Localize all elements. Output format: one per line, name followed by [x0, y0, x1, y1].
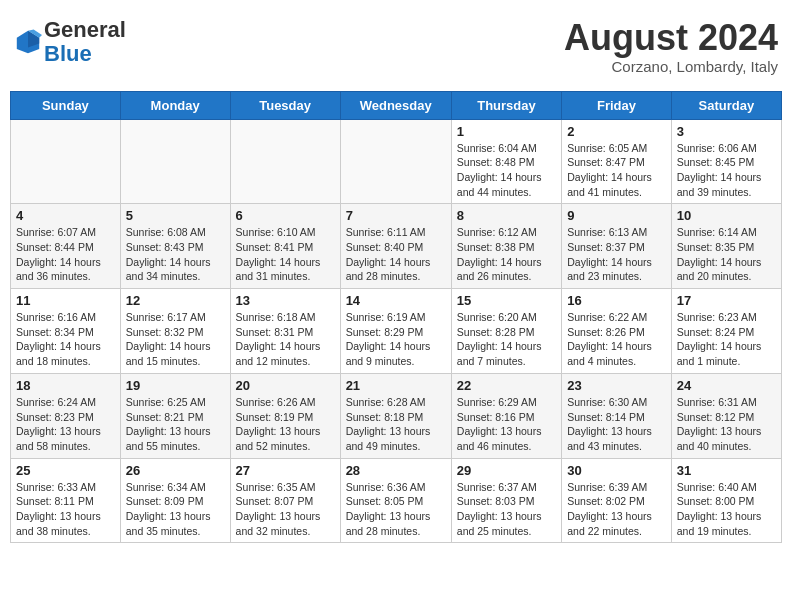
day-info: Sunrise: 6:20 AMSunset: 8:28 PMDaylight:…	[457, 310, 556, 369]
day-info: Sunrise: 6:29 AMSunset: 8:16 PMDaylight:…	[457, 395, 556, 454]
calendar-cell: 3Sunrise: 6:06 AMSunset: 8:45 PMDaylight…	[671, 119, 781, 204]
day-number: 10	[677, 208, 776, 223]
calendar-cell: 29Sunrise: 6:37 AMSunset: 8:03 PMDayligh…	[451, 458, 561, 543]
day-number: 6	[236, 208, 335, 223]
day-number: 14	[346, 293, 446, 308]
day-info: Sunrise: 6:26 AMSunset: 8:19 PMDaylight:…	[236, 395, 335, 454]
calendar-cell: 5Sunrise: 6:08 AMSunset: 8:43 PMDaylight…	[120, 204, 230, 289]
day-info: Sunrise: 6:31 AMSunset: 8:12 PMDaylight:…	[677, 395, 776, 454]
calendar-cell: 19Sunrise: 6:25 AMSunset: 8:21 PMDayligh…	[120, 373, 230, 458]
day-number: 12	[126, 293, 225, 308]
calendar-cell: 31Sunrise: 6:40 AMSunset: 8:00 PMDayligh…	[671, 458, 781, 543]
day-info: Sunrise: 6:11 AMSunset: 8:40 PMDaylight:…	[346, 225, 446, 284]
day-info: Sunrise: 6:28 AMSunset: 8:18 PMDaylight:…	[346, 395, 446, 454]
day-number: 23	[567, 378, 666, 393]
col-header-thursday: Thursday	[451, 91, 561, 119]
day-number: 20	[236, 378, 335, 393]
logo: GeneralBlue	[14, 18, 126, 66]
day-number: 7	[346, 208, 446, 223]
calendar-cell: 10Sunrise: 6:14 AMSunset: 8:35 PMDayligh…	[671, 204, 781, 289]
calendar-cell: 13Sunrise: 6:18 AMSunset: 8:31 PMDayligh…	[230, 289, 340, 374]
calendar-cell: 22Sunrise: 6:29 AMSunset: 8:16 PMDayligh…	[451, 373, 561, 458]
day-number: 19	[126, 378, 225, 393]
calendar-cell	[340, 119, 451, 204]
day-info: Sunrise: 6:25 AMSunset: 8:21 PMDaylight:…	[126, 395, 225, 454]
day-number: 30	[567, 463, 666, 478]
day-number: 8	[457, 208, 556, 223]
col-header-friday: Friday	[562, 91, 672, 119]
day-number: 4	[16, 208, 115, 223]
calendar-cell: 11Sunrise: 6:16 AMSunset: 8:34 PMDayligh…	[11, 289, 121, 374]
day-info: Sunrise: 6:04 AMSunset: 8:48 PMDaylight:…	[457, 141, 556, 200]
calendar-cell: 2Sunrise: 6:05 AMSunset: 8:47 PMDaylight…	[562, 119, 672, 204]
calendar-cell: 8Sunrise: 6:12 AMSunset: 8:38 PMDaylight…	[451, 204, 561, 289]
day-number: 11	[16, 293, 115, 308]
calendar-table: SundayMondayTuesdayWednesdayThursdayFrid…	[10, 91, 782, 544]
calendar-cell: 1Sunrise: 6:04 AMSunset: 8:48 PMDaylight…	[451, 119, 561, 204]
calendar-cell: 12Sunrise: 6:17 AMSunset: 8:32 PMDayligh…	[120, 289, 230, 374]
col-header-monday: Monday	[120, 91, 230, 119]
calendar-cell: 21Sunrise: 6:28 AMSunset: 8:18 PMDayligh…	[340, 373, 451, 458]
day-number: 17	[677, 293, 776, 308]
day-number: 18	[16, 378, 115, 393]
calendar-cell: 20Sunrise: 6:26 AMSunset: 8:19 PMDayligh…	[230, 373, 340, 458]
day-info: Sunrise: 6:36 AMSunset: 8:05 PMDaylight:…	[346, 480, 446, 539]
day-number: 27	[236, 463, 335, 478]
location-subtitle: Corzano, Lombardy, Italy	[564, 58, 778, 75]
day-info: Sunrise: 6:40 AMSunset: 8:00 PMDaylight:…	[677, 480, 776, 539]
day-info: Sunrise: 6:05 AMSunset: 8:47 PMDaylight:…	[567, 141, 666, 200]
day-number: 29	[457, 463, 556, 478]
calendar-week-3: 11Sunrise: 6:16 AMSunset: 8:34 PMDayligh…	[11, 289, 782, 374]
day-info: Sunrise: 6:08 AMSunset: 8:43 PMDaylight:…	[126, 225, 225, 284]
col-header-sunday: Sunday	[11, 91, 121, 119]
calendar-week-4: 18Sunrise: 6:24 AMSunset: 8:23 PMDayligh…	[11, 373, 782, 458]
day-info: Sunrise: 6:22 AMSunset: 8:26 PMDaylight:…	[567, 310, 666, 369]
day-number: 9	[567, 208, 666, 223]
day-info: Sunrise: 6:12 AMSunset: 8:38 PMDaylight:…	[457, 225, 556, 284]
day-info: Sunrise: 6:07 AMSunset: 8:44 PMDaylight:…	[16, 225, 115, 284]
day-number: 31	[677, 463, 776, 478]
day-info: Sunrise: 6:30 AMSunset: 8:14 PMDaylight:…	[567, 395, 666, 454]
logo-icon	[14, 28, 42, 56]
calendar-cell	[120, 119, 230, 204]
calendar-cell: 23Sunrise: 6:30 AMSunset: 8:14 PMDayligh…	[562, 373, 672, 458]
calendar-cell: 15Sunrise: 6:20 AMSunset: 8:28 PMDayligh…	[451, 289, 561, 374]
day-number: 2	[567, 124, 666, 139]
day-number: 5	[126, 208, 225, 223]
col-header-wednesday: Wednesday	[340, 91, 451, 119]
calendar-week-1: 1Sunrise: 6:04 AMSunset: 8:48 PMDaylight…	[11, 119, 782, 204]
calendar-cell: 17Sunrise: 6:23 AMSunset: 8:24 PMDayligh…	[671, 289, 781, 374]
day-info: Sunrise: 6:37 AMSunset: 8:03 PMDaylight:…	[457, 480, 556, 539]
calendar-cell: 7Sunrise: 6:11 AMSunset: 8:40 PMDaylight…	[340, 204, 451, 289]
calendar-cell: 27Sunrise: 6:35 AMSunset: 8:07 PMDayligh…	[230, 458, 340, 543]
calendar-cell: 25Sunrise: 6:33 AMSunset: 8:11 PMDayligh…	[11, 458, 121, 543]
day-number: 22	[457, 378, 556, 393]
day-info: Sunrise: 6:16 AMSunset: 8:34 PMDaylight:…	[16, 310, 115, 369]
day-info: Sunrise: 6:13 AMSunset: 8:37 PMDaylight:…	[567, 225, 666, 284]
calendar-week-2: 4Sunrise: 6:07 AMSunset: 8:44 PMDaylight…	[11, 204, 782, 289]
day-info: Sunrise: 6:10 AMSunset: 8:41 PMDaylight:…	[236, 225, 335, 284]
calendar-cell: 6Sunrise: 6:10 AMSunset: 8:41 PMDaylight…	[230, 204, 340, 289]
calendar-week-5: 25Sunrise: 6:33 AMSunset: 8:11 PMDayligh…	[11, 458, 782, 543]
calendar-cell: 4Sunrise: 6:07 AMSunset: 8:44 PMDaylight…	[11, 204, 121, 289]
day-number: 15	[457, 293, 556, 308]
day-info: Sunrise: 6:18 AMSunset: 8:31 PMDaylight:…	[236, 310, 335, 369]
day-number: 28	[346, 463, 446, 478]
day-info: Sunrise: 6:06 AMSunset: 8:45 PMDaylight:…	[677, 141, 776, 200]
calendar-cell	[230, 119, 340, 204]
day-info: Sunrise: 6:35 AMSunset: 8:07 PMDaylight:…	[236, 480, 335, 539]
day-info: Sunrise: 6:34 AMSunset: 8:09 PMDaylight:…	[126, 480, 225, 539]
day-info: Sunrise: 6:23 AMSunset: 8:24 PMDaylight:…	[677, 310, 776, 369]
day-info: Sunrise: 6:19 AMSunset: 8:29 PMDaylight:…	[346, 310, 446, 369]
day-number: 21	[346, 378, 446, 393]
day-info: Sunrise: 6:33 AMSunset: 8:11 PMDaylight:…	[16, 480, 115, 539]
day-number: 24	[677, 378, 776, 393]
col-header-saturday: Saturday	[671, 91, 781, 119]
calendar-header-row: SundayMondayTuesdayWednesdayThursdayFrid…	[11, 91, 782, 119]
page-header: GeneralBlue August 2024 Corzano, Lombard…	[10, 10, 782, 83]
col-header-tuesday: Tuesday	[230, 91, 340, 119]
day-number: 3	[677, 124, 776, 139]
day-number: 1	[457, 124, 556, 139]
calendar-cell: 14Sunrise: 6:19 AMSunset: 8:29 PMDayligh…	[340, 289, 451, 374]
day-info: Sunrise: 6:14 AMSunset: 8:35 PMDaylight:…	[677, 225, 776, 284]
